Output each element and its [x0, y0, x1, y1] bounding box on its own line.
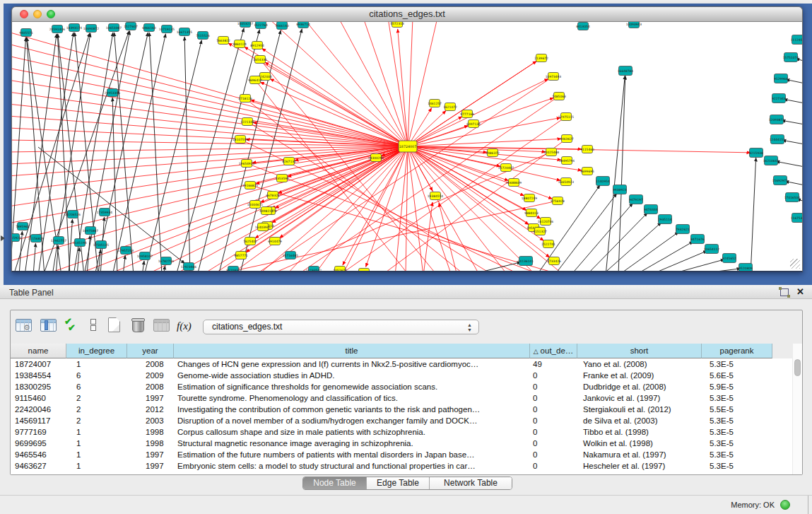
cell-title: Tourette syndrome. Phenomenology and cla…	[174, 392, 530, 404]
cell-in_degree: 1	[66, 438, 127, 449]
close-button[interactable]	[20, 10, 28, 18]
node-label: 8413054	[576, 25, 590, 28]
network-canvas[interactable]: 9405571205914061839317410690872106533871…	[11, 22, 803, 272]
table-icon	[40, 319, 57, 332]
table-row[interactable]: 946362711997Embryonic stem cells: a mode…	[11, 460, 792, 472]
window-titlebar[interactable]: citations_edges.txt	[11, 6, 803, 22]
node-label: 1353594	[275, 177, 289, 180]
cell-year: 1997	[127, 449, 174, 460]
select-all-button[interactable]: ✔✔	[64, 316, 82, 337]
table-row[interactable]: 977716911998Corpus callosum shape and si…	[11, 426, 792, 438]
cell-title: Estimation of significance thresholds fo…	[174, 381, 530, 392]
tab-node-table[interactable]: Node Table	[303, 477, 367, 489]
gear-icon: ⚙	[23, 324, 30, 332]
node-label: 7986372	[486, 151, 500, 155]
node-label: 10690872	[83, 27, 100, 30]
cell-in_degree: 2	[66, 404, 127, 415]
table-row[interactable]: 1456911722003Disruption of a novel membe…	[11, 415, 792, 426]
status-divider	[808, 496, 808, 514]
delete-table-button	[152, 316, 170, 337]
node-label: 10688609	[506, 181, 522, 185]
table-row[interactable]: 1938455462009Genome-wide association stu…	[11, 370, 792, 381]
table-vertical-scrollbar[interactable]	[792, 344, 802, 474]
node-label: 10975887	[83, 229, 99, 233]
node-label: 15692971	[772, 179, 789, 182]
node-label: 9463627	[560, 137, 574, 141]
cell-short: Yano et al. (2008)	[577, 358, 702, 370]
minimize-button[interactable]	[33, 10, 42, 18]
cell-in_degree: 1	[66, 449, 127, 460]
node-label: 9520809	[739, 267, 753, 270]
cell-name: 18300295	[11, 381, 66, 392]
cell-out_de: 0	[530, 370, 577, 381]
unselect-all-button[interactable]	[85, 316, 103, 337]
column-header-year[interactable]: year	[127, 344, 174, 358]
panel-collapse-arrow-icon[interactable]	[1, 235, 5, 241]
node-label: 7895961	[16, 225, 30, 228]
new-column-button[interactable]	[105, 316, 124, 337]
scrollbar-thumb[interactable]	[794, 359, 801, 376]
tab-network-table[interactable]: Network Table	[430, 477, 512, 489]
delete-columns-button[interactable]	[129, 316, 148, 337]
node-label: 8237451	[357, 271, 371, 271]
table-row[interactable]: 1872400712008Changes of HCN gene express…	[11, 358, 792, 370]
node-label: 9884013	[524, 211, 539, 215]
window-title: citations_edges.txt	[12, 7, 802, 21]
zoom-button[interactable]	[47, 10, 55, 18]
node-label: 17957253	[118, 249, 134, 252]
node-label: 16648784	[618, 69, 634, 73]
window-resize-grip[interactable]	[790, 259, 800, 269]
cell-name: 19384554	[11, 370, 66, 381]
node-label: 8215938	[749, 151, 763, 155]
network-graph[interactable]: 9405571205914061839317410690872106533871…	[12, 22, 802, 271]
table-selector-value: citations_edges.txt	[212, 322, 282, 332]
table-row[interactable]: 946554611997Estimation of the future num…	[11, 449, 792, 460]
tab-edge-table[interactable]: Edge Table	[367, 477, 430, 489]
node-label: 2139672	[534, 57, 548, 60]
cell-year: 2008	[127, 358, 174, 370]
function-builder-button[interactable]: f(x)	[176, 316, 194, 337]
network-window[interactable]: citations_edges.txt 94055712059140618393…	[11, 6, 803, 272]
cell-pagerank: 5.3E-5	[702, 415, 772, 426]
node-label: 9115460	[580, 148, 594, 151]
node-label: 4498217	[259, 209, 273, 213]
column-header-out_de[interactable]: △out_de…	[530, 344, 577, 358]
cell-title: Disruption of a novel member of a sodium…	[174, 415, 530, 426]
cell-short: Jankovic et al. (1997)	[577, 392, 702, 404]
cell-in_degree: 1	[66, 358, 127, 370]
column-header-title[interactable]: title	[174, 344, 530, 358]
table-row[interactable]: 1830029562008Estimation of significance …	[11, 381, 792, 392]
column-header-short[interactable]: short	[577, 344, 702, 358]
node-label: 12923466	[181, 265, 197, 269]
node-label: 9520834	[226, 269, 240, 271]
node-label: 11156829	[28, 237, 45, 240]
node-label: 16403941	[255, 226, 271, 229]
cell-name: 9115460	[11, 392, 66, 404]
float-panel-icon[interactable]	[780, 288, 789, 296]
node-label: 18107553	[233, 138, 249, 141]
cell-year: 1997	[127, 392, 174, 404]
cell-title: Genome-wide association studies in ADHD.	[174, 370, 530, 381]
table-panel-titlebar[interactable]: Table Panel ✕	[0, 286, 812, 299]
close-panel-icon[interactable]: ✕	[796, 286, 804, 297]
table-row[interactable]: 911546021997Tourette syndrome. Phenomeno…	[11, 392, 792, 404]
cell-title: Structural magnetic resonance image aver…	[174, 438, 530, 449]
node-label: 9777169	[460, 112, 474, 116]
table-selector-dropdown[interactable]: citations_edges.txt ▲▼	[203, 320, 479, 334]
column-header-in_degree[interactable]: in_degree	[66, 344, 127, 358]
table-mode-button[interactable]: ⚙	[14, 316, 33, 337]
node-label: 20206526	[65, 213, 81, 216]
table-row[interactable]: 2242004622012Investigating the contribut…	[11, 404, 792, 415]
node-label: 7515526	[196, 34, 210, 37]
node-label: 2718126	[238, 97, 252, 100]
node-label: 9860124	[233, 42, 247, 46]
node-label: 7485063	[552, 95, 566, 98]
show-columns-button[interactable]	[39, 316, 57, 337]
node-label: 9938923	[613, 188, 627, 192]
column-header-name[interactable]: name	[11, 344, 66, 358]
node-label: 1151327	[533, 230, 547, 233]
table-panel-title: Table Panel	[9, 288, 54, 298]
table-row[interactable]: 969969511998Structural magnetic resonanc…	[11, 438, 792, 449]
column-header-pagerank[interactable]: pagerank	[702, 344, 772, 358]
memory-ok-indicator[interactable]	[780, 500, 790, 510]
